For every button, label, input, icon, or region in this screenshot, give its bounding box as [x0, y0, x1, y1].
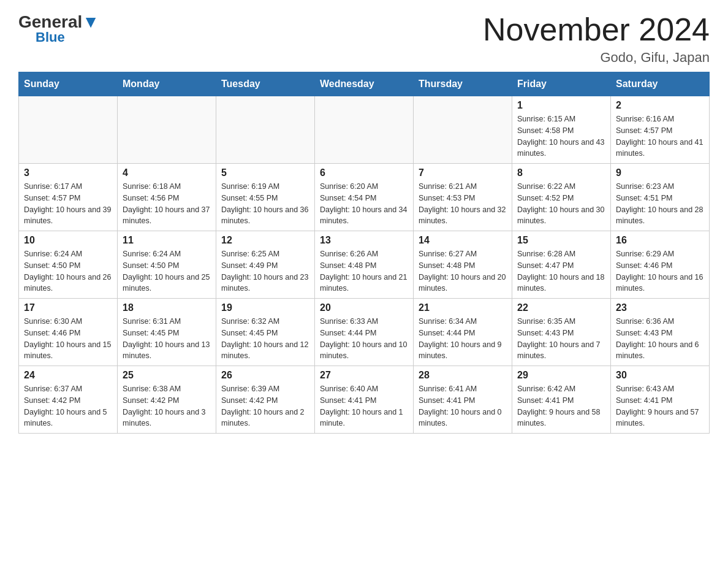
calendar-weekday-friday: Friday [512, 72, 611, 96]
calendar-weekday-saturday: Saturday [611, 72, 710, 96]
day-number: 27 [320, 370, 408, 381]
day-number: 10 [24, 235, 112, 246]
calendar-cell: 15Sunrise: 6:28 AMSunset: 4:47 PMDayligh… [512, 231, 611, 299]
day-info: Sunrise: 6:23 AMSunset: 4:51 PMDaylight:… [616, 181, 704, 227]
day-number: 19 [221, 302, 309, 313]
day-number: 6 [320, 167, 408, 178]
calendar-weekday-sunday: Sunday [19, 72, 118, 96]
day-number: 23 [616, 302, 704, 313]
calendar-cell: 16Sunrise: 6:29 AMSunset: 4:46 PMDayligh… [611, 231, 710, 299]
calendar-cell: 5Sunrise: 6:19 AMSunset: 4:55 PMDaylight… [216, 164, 315, 231]
day-number: 20 [320, 302, 408, 313]
calendar-cell: 10Sunrise: 6:24 AMSunset: 4:50 PMDayligh… [19, 231, 118, 299]
day-info: Sunrise: 6:17 AMSunset: 4:57 PMDaylight:… [24, 181, 112, 227]
day-number: 22 [517, 302, 605, 313]
logo-general-text: General▼ [18, 12, 99, 31]
day-info: Sunrise: 6:16 AMSunset: 4:57 PMDaylight:… [616, 113, 704, 159]
day-number: 21 [419, 302, 507, 313]
calendar-cell: 26Sunrise: 6:39 AMSunset: 4:42 PMDayligh… [216, 366, 315, 434]
calendar-week-row-4: 17Sunrise: 6:30 AMSunset: 4:46 PMDayligh… [19, 299, 710, 366]
day-number: 14 [419, 235, 507, 246]
day-info: Sunrise: 6:40 AMSunset: 4:41 PMDaylight:… [320, 383, 408, 429]
day-number: 16 [616, 235, 704, 246]
calendar-cell: 2Sunrise: 6:16 AMSunset: 4:57 PMDaylight… [611, 96, 710, 164]
day-info: Sunrise: 6:15 AMSunset: 4:58 PMDaylight:… [517, 113, 605, 159]
calendar-cell [19, 96, 118, 164]
day-info: Sunrise: 6:37 AMSunset: 4:42 PMDaylight:… [24, 383, 112, 429]
day-info: Sunrise: 6:39 AMSunset: 4:42 PMDaylight:… [221, 383, 309, 429]
day-info: Sunrise: 6:43 AMSunset: 4:41 PMDaylight:… [616, 383, 704, 429]
day-number: 7 [419, 167, 507, 178]
day-info: Sunrise: 6:26 AMSunset: 4:48 PMDaylight:… [320, 248, 408, 294]
location: Godo, Gifu, Japan [483, 50, 710, 66]
calendar-week-row-3: 10Sunrise: 6:24 AMSunset: 4:50 PMDayligh… [19, 231, 710, 299]
day-info: Sunrise: 6:38 AMSunset: 4:42 PMDaylight:… [123, 383, 211, 429]
calendar-cell [216, 96, 315, 164]
day-number: 11 [123, 235, 211, 246]
day-number: 13 [320, 235, 408, 246]
day-number: 3 [24, 167, 112, 178]
calendar-cell: 21Sunrise: 6:34 AMSunset: 4:44 PMDayligh… [414, 299, 512, 366]
calendar-weekday-tuesday: Tuesday [216, 72, 315, 96]
day-number: 8 [517, 167, 605, 178]
calendar-weekday-thursday: Thursday [414, 72, 512, 96]
calendar-weekday-monday: Monday [118, 72, 216, 96]
calendar-cell: 12Sunrise: 6:25 AMSunset: 4:49 PMDayligh… [216, 231, 315, 299]
day-info: Sunrise: 6:29 AMSunset: 4:46 PMDaylight:… [616, 248, 704, 294]
calendar-cell: 19Sunrise: 6:32 AMSunset: 4:45 PMDayligh… [216, 299, 315, 366]
day-info: Sunrise: 6:25 AMSunset: 4:49 PMDaylight:… [221, 248, 309, 294]
calendar-cell: 14Sunrise: 6:27 AMSunset: 4:48 PMDayligh… [414, 231, 512, 299]
calendar-cell: 29Sunrise: 6:42 AMSunset: 4:41 PMDayligh… [512, 366, 611, 434]
month-title: November 2024 [483, 12, 710, 47]
day-info: Sunrise: 6:22 AMSunset: 4:52 PMDaylight:… [517, 181, 605, 227]
day-number: 30 [616, 370, 704, 381]
calendar-week-row-1: 1Sunrise: 6:15 AMSunset: 4:58 PMDaylight… [19, 96, 710, 164]
calendar-cell: 18Sunrise: 6:31 AMSunset: 4:45 PMDayligh… [118, 299, 216, 366]
day-info: Sunrise: 6:36 AMSunset: 4:43 PMDaylight:… [616, 316, 704, 362]
day-number: 25 [123, 370, 211, 381]
day-number: 28 [419, 370, 507, 381]
logo: General▼ Blue [18, 12, 99, 45]
day-info: Sunrise: 6:19 AMSunset: 4:55 PMDaylight:… [221, 181, 309, 227]
calendar-cell: 1Sunrise: 6:15 AMSunset: 4:58 PMDaylight… [512, 96, 611, 164]
calendar-cell: 8Sunrise: 6:22 AMSunset: 4:52 PMDaylight… [512, 164, 611, 231]
day-info: Sunrise: 6:20 AMSunset: 4:54 PMDaylight:… [320, 181, 408, 227]
day-info: Sunrise: 6:31 AMSunset: 4:45 PMDaylight:… [123, 316, 211, 362]
calendar-week-row-2: 3Sunrise: 6:17 AMSunset: 4:57 PMDaylight… [19, 164, 710, 231]
calendar-cell: 24Sunrise: 6:37 AMSunset: 4:42 PMDayligh… [19, 366, 118, 434]
calendar-header-row: SundayMondayTuesdayWednesdayThursdayFrid… [19, 72, 710, 96]
day-number: 24 [24, 370, 112, 381]
day-info: Sunrise: 6:30 AMSunset: 4:46 PMDaylight:… [24, 316, 112, 362]
day-number: 1 [517, 100, 605, 111]
calendar-cell: 7Sunrise: 6:21 AMSunset: 4:53 PMDaylight… [414, 164, 512, 231]
logo-triangle-icon: ▼ [82, 12, 99, 31]
day-number: 17 [24, 302, 112, 313]
calendar-cell: 3Sunrise: 6:17 AMSunset: 4:57 PMDaylight… [19, 164, 118, 231]
calendar-cell: 30Sunrise: 6:43 AMSunset: 4:41 PMDayligh… [611, 366, 710, 434]
calendar-cell: 22Sunrise: 6:35 AMSunset: 4:43 PMDayligh… [512, 299, 611, 366]
calendar-cell: 4Sunrise: 6:18 AMSunset: 4:56 PMDaylight… [118, 164, 216, 231]
day-info: Sunrise: 6:24 AMSunset: 4:50 PMDaylight:… [24, 248, 112, 294]
calendar-cell: 23Sunrise: 6:36 AMSunset: 4:43 PMDayligh… [611, 299, 710, 366]
day-info: Sunrise: 6:42 AMSunset: 4:41 PMDaylight:… [517, 383, 605, 429]
logo-blue-text: Blue [36, 29, 65, 45]
day-info: Sunrise: 6:27 AMSunset: 4:48 PMDaylight:… [419, 248, 507, 294]
calendar-table: SundayMondayTuesdayWednesdayThursdayFrid… [18, 72, 710, 434]
page-header: General▼ Blue November 2024 Godo, Gifu, … [18, 12, 710, 66]
calendar-cell: 27Sunrise: 6:40 AMSunset: 4:41 PMDayligh… [315, 366, 414, 434]
calendar-cell: 28Sunrise: 6:41 AMSunset: 4:41 PMDayligh… [414, 366, 512, 434]
day-info: Sunrise: 6:32 AMSunset: 4:45 PMDaylight:… [221, 316, 309, 362]
day-info: Sunrise: 6:34 AMSunset: 4:44 PMDaylight:… [419, 316, 507, 362]
day-info: Sunrise: 6:24 AMSunset: 4:50 PMDaylight:… [123, 248, 211, 294]
calendar-cell [414, 96, 512, 164]
calendar-cell: 20Sunrise: 6:33 AMSunset: 4:44 PMDayligh… [315, 299, 414, 366]
day-info: Sunrise: 6:35 AMSunset: 4:43 PMDaylight:… [517, 316, 605, 362]
day-number: 18 [123, 302, 211, 313]
day-number: 5 [221, 167, 309, 178]
calendar-cell: 6Sunrise: 6:20 AMSunset: 4:54 PMDaylight… [315, 164, 414, 231]
calendar-cell: 25Sunrise: 6:38 AMSunset: 4:42 PMDayligh… [118, 366, 216, 434]
calendar-week-row-5: 24Sunrise: 6:37 AMSunset: 4:42 PMDayligh… [19, 366, 710, 434]
day-info: Sunrise: 6:33 AMSunset: 4:44 PMDaylight:… [320, 316, 408, 362]
calendar-cell [118, 96, 216, 164]
day-info: Sunrise: 6:41 AMSunset: 4:41 PMDaylight:… [419, 383, 507, 429]
